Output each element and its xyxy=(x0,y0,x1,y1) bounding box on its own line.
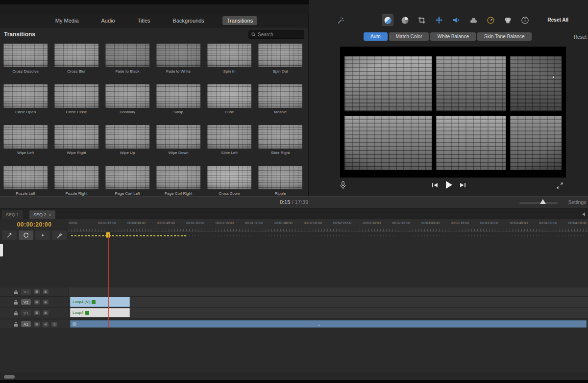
transition-item[interactable]: Cross Dissolve xyxy=(3,44,48,74)
crop-button[interactable] xyxy=(416,14,428,26)
transition-item[interactable]: Wipe Down xyxy=(156,125,200,155)
settings-button[interactable]: Settings xyxy=(568,200,586,205)
timeline-scrollbar[interactable] xyxy=(0,373,588,380)
transition-thumbnail[interactable] xyxy=(54,44,98,67)
transition-item[interactable]: Ripple xyxy=(258,166,302,196)
track-solo-toggle[interactable]: S xyxy=(51,322,57,327)
transition-thumbnail[interactable] xyxy=(207,125,251,149)
track-mute-toggle[interactable]: ◉ xyxy=(43,289,49,294)
transition-item[interactable]: Slide Left xyxy=(207,125,251,155)
video-preview[interactable] xyxy=(340,47,566,178)
track-name-button[interactable]: A1 xyxy=(21,321,31,327)
transition-item[interactable]: Doorway xyxy=(105,84,149,114)
transition-item[interactable]: Wipe Left xyxy=(3,125,48,155)
transition-thumbnail[interactable] xyxy=(105,166,149,189)
timeline-zoom-slider[interactable] xyxy=(519,203,558,204)
track-lane-v3[interactable] xyxy=(69,287,588,296)
track-mute-toggle[interactable]: ◉ xyxy=(43,310,49,315)
track-name-button[interactable]: V3 xyxy=(21,289,31,295)
transition-item[interactable]: Mosaic xyxy=(258,84,302,114)
track-video-toggle[interactable]: ▣ xyxy=(34,289,40,294)
transition-item[interactable]: Cross Blur xyxy=(54,44,98,74)
transition-thumbnail[interactable] xyxy=(258,125,302,149)
enhance-button[interactable] xyxy=(335,15,346,26)
effects-filter-button[interactable] xyxy=(502,14,514,26)
transition-thumbnail[interactable] xyxy=(156,166,200,189)
track-lane-v2[interactable] xyxy=(69,297,588,307)
transition-item[interactable]: Swap xyxy=(156,84,200,114)
transition-thumbnail[interactable] xyxy=(105,125,149,149)
transition-item[interactable]: Cube xyxy=(207,84,251,114)
transition-item[interactable]: Fade to White xyxy=(156,44,200,74)
lock-icon[interactable] xyxy=(14,300,18,305)
transition-item[interactable]: Cross Zoom xyxy=(207,166,251,196)
lock-icon[interactable] xyxy=(14,310,18,316)
transition-thumbnail[interactable] xyxy=(156,84,200,108)
transition-thumbnail[interactable] xyxy=(105,84,149,108)
transition-item[interactable]: Circle Close xyxy=(54,84,98,114)
tab-audio[interactable]: Audio xyxy=(97,16,120,25)
transition-thumbnail[interactable] xyxy=(54,84,98,108)
transition-item[interactable]: Spin In xyxy=(207,44,251,74)
transition-item[interactable]: Slide Right xyxy=(258,125,302,155)
track-video-toggle[interactable]: ▣ xyxy=(34,300,40,305)
transition-thumbnail[interactable] xyxy=(3,44,48,67)
transition-item[interactable]: Puzzle Left xyxy=(3,166,48,196)
settings-tool-button[interactable] xyxy=(52,230,67,240)
transition-item[interactable]: Wipe Up xyxy=(105,125,149,155)
transition-thumbnail[interactable] xyxy=(207,166,251,189)
search-box[interactable] xyxy=(248,30,304,39)
lock-icon[interactable] xyxy=(14,289,18,295)
transition-item[interactable]: Spin Out xyxy=(258,44,302,74)
clip-loop4-video[interactable]: Loop4 (V) xyxy=(70,297,130,307)
sequence-tab-active[interactable]: SEQ 2× xyxy=(29,210,55,219)
transition-item[interactable]: Fade to Black xyxy=(105,44,149,74)
track-lane-v1[interactable] xyxy=(69,308,588,318)
playhead-line[interactable] xyxy=(108,234,109,328)
clip-info-button[interactable] xyxy=(519,14,531,26)
reset-button[interactable]: Reset xyxy=(574,34,587,40)
play-button[interactable] xyxy=(444,180,453,189)
transition-thumbnail[interactable] xyxy=(3,84,48,108)
track-mute-toggle[interactable]: ◉ xyxy=(43,300,49,305)
transition-thumbnail[interactable] xyxy=(54,166,98,189)
timeline-ruler[interactable]: 00:00 00:00:15:00 00:00:30:00 00:00:45:0… xyxy=(69,219,588,232)
track-name-button[interactable]: V1 xyxy=(21,310,31,316)
edit-tool-button[interactable] xyxy=(2,230,17,240)
sequence-tab[interactable]: SEQ 1 xyxy=(2,210,23,219)
match-color-button[interactable]: Match Color xyxy=(389,32,429,41)
transition-thumbnail[interactable] xyxy=(207,84,251,108)
transition-thumbnail[interactable] xyxy=(258,84,302,108)
track-speaker-toggle[interactable]: ◂) xyxy=(43,322,49,327)
noise-reduction-button[interactable] xyxy=(467,14,479,26)
transition-item[interactable]: Page Curl Right xyxy=(156,166,200,196)
transition-thumbnail[interactable] xyxy=(258,44,302,67)
transition-thumbnail[interactable] xyxy=(3,125,48,149)
color-balance-button[interactable] xyxy=(382,14,393,26)
transition-item[interactable]: Wipe Right xyxy=(54,125,98,155)
white-balance-button[interactable]: White Balance xyxy=(430,32,475,41)
fullscreen-button[interactable] xyxy=(556,182,564,189)
marker-tool-button[interactable] xyxy=(35,230,50,240)
skin-tone-balance-button[interactable]: Skin Tone Balance xyxy=(477,32,532,41)
close-tab-icon[interactable]: × xyxy=(49,212,51,217)
transition-item[interactable]: Puzzle Right xyxy=(54,166,98,196)
speed-button[interactable] xyxy=(485,14,496,26)
track-audio-toggle[interactable]: ▣ xyxy=(34,322,40,327)
tabbar-overflow-arrow-icon[interactable] xyxy=(582,212,585,216)
transition-thumbnail[interactable] xyxy=(54,125,98,149)
skip-back-button[interactable] xyxy=(432,182,438,188)
track-name-button[interactable]: V2 xyxy=(21,299,31,305)
scrollbar-thumb[interactable] xyxy=(4,375,15,379)
lock-icon[interactable] xyxy=(14,322,18,327)
transition-item[interactable]: Circle Open xyxy=(3,84,48,114)
transition-thumbnail[interactable] xyxy=(258,166,302,189)
slider-thumb-icon[interactable] xyxy=(540,199,546,204)
transition-item[interactable]: Page Curl Left xyxy=(105,166,149,196)
transition-thumbnail[interactable] xyxy=(156,125,200,149)
track-video-toggle[interactable]: ▣ xyxy=(34,310,40,315)
tab-my-media[interactable]: My Media xyxy=(51,16,83,25)
loop-tool-button[interactable] xyxy=(19,230,33,240)
auto-button[interactable]: Auto xyxy=(364,32,388,41)
clip-loop4[interactable]: Loop4 xyxy=(70,308,130,317)
